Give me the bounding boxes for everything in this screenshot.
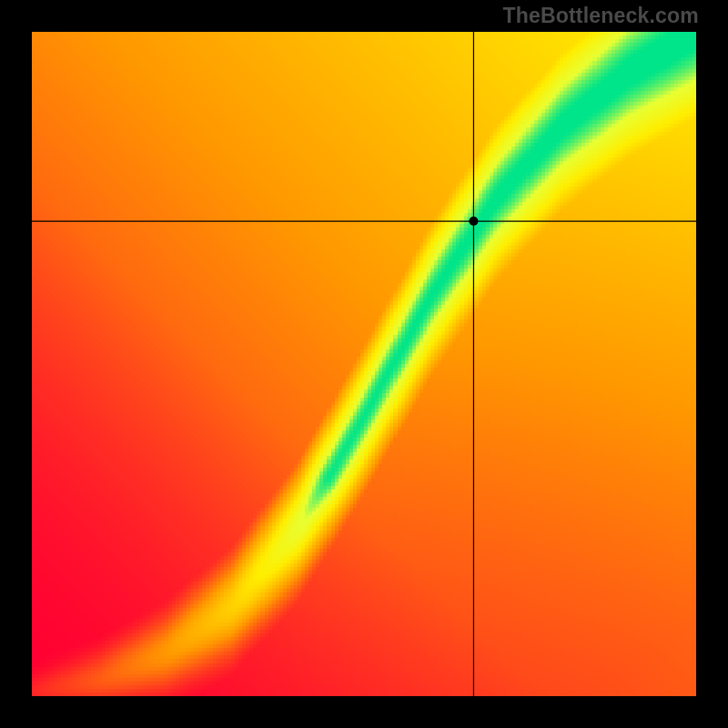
watermark-text: TheBottleneck.com — [502, 4, 699, 28]
heatmap-canvas — [32, 32, 696, 696]
chart-frame: TheBottleneck.com — [0, 0, 728, 728]
plot-area — [32, 32, 696, 696]
